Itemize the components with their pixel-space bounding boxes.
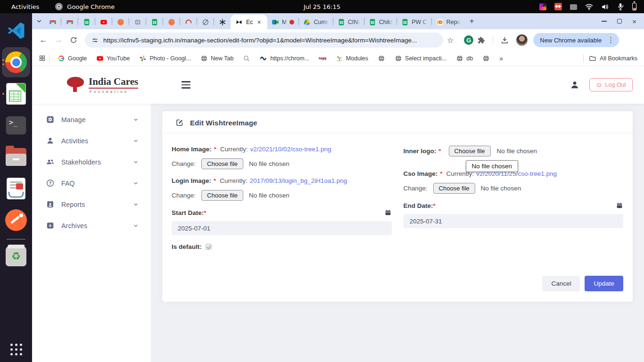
web-page: India Cares Foundation Log Out	[32, 66, 644, 362]
pinned-tab-chatgpt[interactable]	[214, 15, 231, 29]
pinned-tab-orange-app-2[interactable]	[163, 15, 180, 29]
sidebar-item-stakeholders[interactable]: Stakeholders	[32, 151, 151, 173]
clock[interactable]: Jul 25 16:15	[304, 3, 340, 10]
address-bar[interactable]: https://icfnv5-staging.icfn.in/manage-se…	[85, 33, 443, 48]
brand-logo[interactable]: India Cares Foundation	[66, 76, 138, 94]
sidebar-item-manage[interactable]: Manage	[32, 109, 151, 130]
choose-file-button[interactable]: Choose file	[201, 190, 243, 201]
restore-icon[interactable]	[617, 19, 622, 24]
dock-item-chrome[interactable]	[2, 47, 30, 77]
pinned-tab-sheets[interactable]	[78, 15, 95, 29]
sidebar-item-faq[interactable]: ? FAQ	[32, 173, 151, 194]
new-tab-button[interactable]: +	[465, 16, 479, 26]
close-tab-icon[interactable]: ×	[256, 19, 262, 25]
bookmark-globe-1[interactable]	[374, 53, 389, 64]
focused-app-menu[interactable]: Google Chrome	[55, 3, 115, 10]
cancel-button[interactable]: Cancel	[542, 276, 580, 291]
forward-icon[interactable]: →	[52, 33, 65, 47]
update-chrome-label: New Chrome available	[540, 37, 602, 44]
bookmark-globe-2[interactable]	[479, 53, 494, 64]
reload-icon[interactable]	[67, 33, 80, 47]
minimize-icon[interactable]	[602, 21, 607, 22]
pinned-tab-sheets-2[interactable]	[146, 15, 163, 29]
bookmark-db[interactable]: db	[452, 53, 477, 64]
tab-active-edit-form[interactable]: Ec ×	[231, 15, 267, 29]
update-button[interactable]: Update	[585, 276, 623, 291]
calendar-icon[interactable]	[616, 202, 623, 209]
pinned-tab-youtube[interactable]	[95, 15, 112, 29]
is-default-checkbox[interactable]	[206, 244, 212, 250]
sidebar-item-activities[interactable]: Activities	[32, 130, 151, 151]
bookmark-bajaj[interactable]: bajaj	[315, 55, 330, 62]
url-text[interactable]: https://icfnv5-staging.icfn.in/manage-se…	[103, 37, 437, 44]
pinned-tab-globe[interactable]	[129, 15, 146, 29]
tab-meet[interactable]: M	[267, 15, 298, 29]
apps-grid-icon[interactable]	[39, 55, 46, 62]
back-icon[interactable]: ←	[37, 33, 50, 47]
current-file-link[interactable]: 2017/09/13/login_bg_2iH1oa1.png	[250, 177, 347, 184]
site-settings-icon[interactable]	[91, 37, 99, 44]
pinned-tab-orange-app[interactable]	[112, 15, 129, 29]
dock-item-vscode[interactable]	[2, 16, 30, 46]
bookmark-select-impact[interactable]: Select impacti...	[391, 53, 450, 64]
tab-drive[interactable]: Curre	[299, 15, 332, 29]
update-chrome-button[interactable]: New Chrome available ⋮	[533, 33, 619, 47]
activities-button[interactable]: Activities	[11, 3, 39, 10]
pinned-tab-red-arc-app[interactable]	[180, 15, 197, 29]
bookmark-modules[interactable]: Modules	[332, 53, 372, 64]
battery-icon[interactable]	[632, 3, 636, 10]
start-date-input[interactable]	[172, 221, 392, 235]
tab-sheet-cini[interactable]: CINI	[333, 15, 364, 29]
extensions-icon[interactable]	[475, 36, 487, 44]
menu-kebab-icon[interactable]: ⋮	[605, 36, 616, 44]
screen-recorder-icon[interactable]	[554, 3, 562, 10]
tab-repo[interactable]: Repo	[432, 15, 465, 29]
bookmark-google[interactable]: Google	[54, 53, 91, 64]
tab-sheet-child[interactable]: Child	[364, 15, 397, 29]
sidebar-toggle-button[interactable]	[182, 81, 190, 89]
edit-form-card: Edit WishtreeImage Home Image:* Currentl…	[162, 111, 633, 302]
dock-item-document-viewer[interactable]	[2, 173, 30, 204]
bookmark-search[interactable]	[239, 53, 254, 64]
sidebar-item-reports[interactable]: Reports	[32, 194, 151, 215]
bookmarks-overflow-button[interactable]: »	[495, 55, 507, 62]
app-indicator-icon[interactable]	[539, 3, 546, 10]
bookmark-label: https://chrom...	[270, 55, 309, 62]
choose-file-button[interactable]: Choose file	[201, 158, 243, 169]
current-file-link[interactable]: v2/2021/10/02/cso-tree1.png	[250, 146, 331, 153]
choose-file-button[interactable]: Choose file	[433, 183, 475, 194]
grammarly-extension-icon[interactable]: G	[464, 35, 473, 45]
profile-avatar[interactable]	[516, 34, 528, 46]
dock-item-postman[interactable]	[2, 205, 30, 235]
dock-item-libreoffice-calc[interactable]	[2, 79, 30, 109]
dock-item-terminal[interactable]: >_	[2, 110, 30, 140]
logout-label: Log Out	[605, 82, 626, 88]
wifi-icon[interactable]	[585, 3, 593, 10]
sidebar-item-archives[interactable]: Archives	[32, 215, 151, 236]
user-icon[interactable]	[570, 80, 580, 90]
bookmark-new-tab[interactable]: New Tab	[197, 53, 237, 64]
chat-indicator-icon[interactable]	[570, 4, 577, 10]
close-window-icon[interactable]: ×	[632, 18, 636, 25]
dock-item-files[interactable]	[2, 142, 30, 172]
tab-search-button[interactable]	[36, 18, 42, 25]
downloads-icon[interactable]	[499, 36, 511, 44]
calendar-icon[interactable]	[384, 209, 392, 216]
bookmark-photos[interactable]: Photo - Googl...	[135, 53, 195, 64]
choose-file-button[interactable]: Choose file	[449, 146, 491, 156]
bookmark-star-icon[interactable]: ☆	[445, 36, 457, 45]
microphone-icon[interactable]	[617, 3, 624, 10]
bookmark-youtube[interactable]: YouTube	[92, 53, 133, 64]
pinned-tab-gmail-2[interactable]	[61, 15, 78, 29]
dock-item-trash[interactable]: ♻	[2, 243, 30, 270]
volume-icon[interactable]	[601, 3, 609, 10]
all-bookmarks-button[interactable]: All Bookmarks	[581, 55, 637, 62]
tab-sheet-pw[interactable]: PW C	[397, 15, 431, 29]
logout-button[interactable]: Log Out	[589, 78, 633, 91]
pinned-tab-gmail[interactable]	[44, 15, 61, 29]
bookmark-chrome-link[interactable]: https://chrom...	[256, 53, 313, 64]
show-applications-button[interactable]	[10, 344, 22, 355]
pinned-tab-slash-circle-app[interactable]	[197, 15, 214, 29]
brand-name: India Cares	[89, 76, 138, 89]
end-date-input[interactable]	[404, 214, 624, 228]
